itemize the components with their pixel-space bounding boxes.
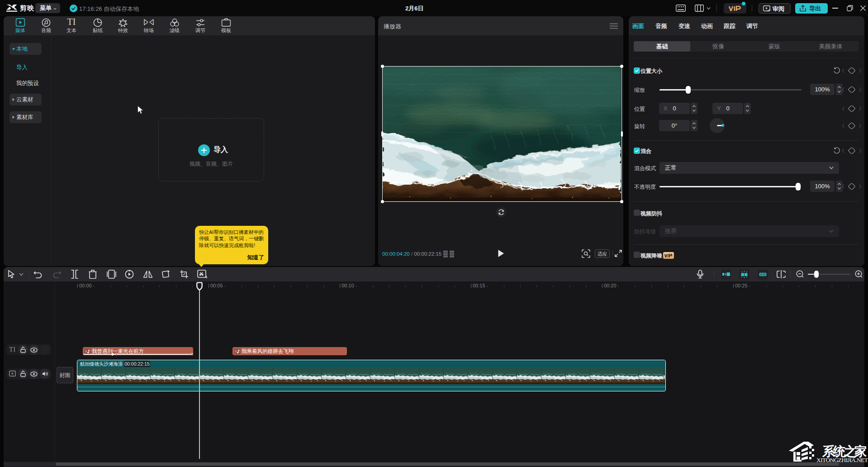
svg-text:XITONGZHIJIA.NET: XITONGZHIJIA.NET [816,457,868,462]
